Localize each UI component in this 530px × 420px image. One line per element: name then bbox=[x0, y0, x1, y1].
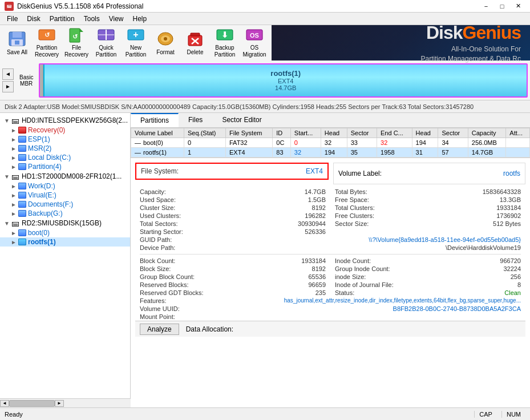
cell-end-c: 32 bbox=[377, 138, 412, 148]
tree-item-recovery[interactable]: ► Recovery(0) bbox=[0, 126, 130, 135]
tree-item-work-d[interactable]: ► Work(D:) bbox=[0, 181, 130, 191]
partition-table: Volume Label Seq.(Stat) File System ID S… bbox=[131, 128, 530, 158]
scroll-thumb[interactable] bbox=[9, 400, 55, 407]
status-row: Status: Clean bbox=[335, 289, 521, 297]
reserved-gdt-value: 235 bbox=[315, 289, 326, 296]
menu-view[interactable]: View bbox=[104, 14, 128, 24]
expand-icon: ► bbox=[9, 211, 18, 217]
cell-volume-label: —rootfs(1) bbox=[131, 148, 184, 158]
main-content: ▼ 🖴 HD0:INTELSSDPEKKW256G8(2... ► Recove… bbox=[0, 113, 530, 407]
menu-partition[interactable]: Partition bbox=[45, 14, 79, 24]
cell-seq: 0 bbox=[184, 138, 226, 148]
tree-item-boot0[interactable]: ► boot(0) bbox=[0, 228, 130, 237]
capacity-label: Capacity: bbox=[140, 188, 166, 195]
quick-partition-button[interactable]: Quick Partition bbox=[91, 27, 121, 59]
tree-item-hd0[interactable]: ▼ 🖴 HD0:INTELSSDPEKKW256G8(2... bbox=[0, 115, 130, 126]
msr-partition-icon bbox=[18, 145, 26, 152]
workd-label: Work(D:) bbox=[28, 182, 55, 190]
cell-start: 32 bbox=[290, 148, 321, 158]
partition-bar-label: rootfs(1) bbox=[270, 69, 301, 78]
scroll-left-arrow[interactable]: ◄ bbox=[0, 400, 9, 407]
minimize-button[interactable]: − bbox=[479, 1, 493, 11]
tree-item-documents-f[interactable]: ► Documents(F:) bbox=[0, 200, 130, 209]
disk-info-text: Disk 2 Adapter:USB Model:SMIUSBDISK S/N:… bbox=[5, 103, 474, 110]
tree-item-msr[interactable]: ► MSR(2) bbox=[0, 144, 130, 153]
close-button[interactable]: ✕ bbox=[511, 1, 525, 11]
save-all-button[interactable]: Save All bbox=[2, 27, 32, 59]
divider bbox=[140, 254, 521, 255]
tree-item-partition4[interactable]: ► Partition(4) bbox=[0, 162, 130, 171]
localc-label: Local Disk(C:) bbox=[28, 154, 71, 161]
block-info-left: Block Count: 1933184 Block Size: 8192 Gr… bbox=[135, 257, 330, 297]
svg-rect-1 bbox=[13, 32, 22, 38]
device-path-label: Device Path: bbox=[140, 244, 220, 251]
scroll-right-arrow[interactable]: ► bbox=[55, 400, 64, 407]
format-button[interactable]: Format bbox=[151, 27, 180, 59]
cell-capacity: 14.7GB bbox=[468, 148, 506, 158]
svg-text:↺: ↺ bbox=[72, 33, 78, 40]
tree-item-local-c[interactable]: ► Local Disk(C:) bbox=[0, 153, 130, 162]
cell-att bbox=[506, 148, 530, 158]
sector-size-row: Sector Size: 512 Bytes bbox=[335, 220, 521, 228]
tree-item-esp[interactable]: ► ESP(1) bbox=[0, 135, 130, 144]
fs-info-right: Total Bytes: 15836643328 Free Space: 13.… bbox=[330, 188, 525, 236]
backupg-label: Backup(G:) bbox=[28, 209, 63, 217]
partition4-label: Partition(4) bbox=[28, 163, 62, 171]
os-migration-button[interactable]: OS OS Migration bbox=[240, 27, 269, 59]
inode-journal-row: Inode of Journal File: 8 bbox=[335, 281, 521, 289]
tab-sector-editor[interactable]: Sector Editor bbox=[212, 113, 271, 127]
menu-help[interactable]: Help bbox=[128, 14, 152, 24]
table-row[interactable]: —rootfs(1) 1 EXT4 83 32 194 35 1958 31 5… bbox=[131, 148, 530, 158]
tree-item-hd1[interactable]: ▼ 🖴 HD1:ST2000DM008-2FR102(1... bbox=[0, 171, 130, 181]
nav-left-button[interactable]: ◄ bbox=[2, 68, 14, 80]
hd1-disk-icon: 🖴 bbox=[11, 172, 19, 181]
mount-point-row: Mount Point: bbox=[135, 313, 525, 321]
cell-head: 32 bbox=[321, 138, 347, 148]
nav-right-button[interactable]: ► bbox=[2, 81, 14, 92]
rootfs-partition-bar[interactable]: rootfs(1) EXT4 14.7GB bbox=[43, 64, 527, 96]
num-indicator: NUM bbox=[501, 411, 525, 418]
cell-capacity: 256.0MB bbox=[468, 138, 506, 148]
partition-recovery-button[interactable]: ↺ Partition Recovery bbox=[32, 27, 62, 59]
menu-disk[interactable]: Disk bbox=[22, 14, 44, 24]
rootfs1-icon bbox=[18, 239, 26, 245]
capacity-value: 14.7GB bbox=[305, 188, 326, 195]
menu-file[interactable]: File bbox=[2, 14, 22, 24]
new-partition-button[interactable]: + New Partition bbox=[121, 27, 151, 59]
expand-icon: ▼ bbox=[2, 118, 11, 124]
viruae-icon bbox=[18, 192, 26, 199]
expand-icon: ▼ bbox=[2, 173, 11, 180]
partition-bar-size: 14.7GB bbox=[275, 84, 296, 91]
tree-item-rd2[interactable]: ▼ 🖴 RD2:SMIUSBDISK(15GB) bbox=[0, 218, 130, 228]
disk-bar[interactable]: rootfs(1) EXT4 14.7GB bbox=[39, 63, 528, 98]
delete-button[interactable]: Delete bbox=[180, 27, 210, 59]
quick-partition-icon bbox=[97, 27, 115, 43]
tree-scrollbar: ◄ ► bbox=[0, 398, 131, 407]
partition-bar-fs: EXT4 bbox=[278, 78, 294, 84]
cell-end-sector: 57 bbox=[438, 148, 468, 158]
group-block-count-value: 65536 bbox=[308, 273, 326, 280]
free-space-row: Free Space: 13.3GB bbox=[335, 196, 521, 204]
tab-partitions[interactable]: Partitions bbox=[131, 113, 179, 127]
tree-item-virual-e[interactable]: ► Virual(E:) bbox=[0, 191, 130, 200]
free-clusters-label: Free Clusters: bbox=[335, 212, 374, 219]
cell-id: 83 bbox=[273, 148, 291, 158]
cell-fs: EXT4 bbox=[226, 148, 273, 158]
app-icon: 🖴 bbox=[5, 2, 14, 11]
tree-item-rootfs1[interactable]: ► rootfs(1) bbox=[0, 237, 130, 247]
table-row[interactable]: —boot(0) 0 FAT32 0C 0 32 33 32 194 34 25… bbox=[131, 138, 530, 148]
maximize-button[interactable]: □ bbox=[495, 1, 509, 11]
backup-partition-button[interactable]: ⬇ Backup Partition bbox=[210, 27, 240, 59]
recovery-label: Recovery(0) bbox=[28, 126, 65, 134]
backup-partition-label: Backup Partition bbox=[212, 45, 238, 58]
menu-tools[interactable]: Tools bbox=[79, 14, 104, 24]
hd0-disk-icon: 🖴 bbox=[11, 116, 19, 125]
partition-recovery-icon: ↺ bbox=[38, 27, 56, 43]
tree-item-backup-g[interactable]: ► Backup(G:) bbox=[0, 209, 130, 218]
capacity-row: Capacity: 14.7GB bbox=[140, 188, 326, 196]
tab-files[interactable]: Files bbox=[179, 113, 212, 127]
hd1-label: HD1:ST2000DM008-2FR102(1... bbox=[22, 172, 122, 180]
file-recovery-button[interactable]: ↺ File Recovery bbox=[62, 27, 91, 59]
analyze-button[interactable]: Analyze bbox=[140, 324, 179, 335]
cell-end-sector: 34 bbox=[438, 138, 468, 148]
